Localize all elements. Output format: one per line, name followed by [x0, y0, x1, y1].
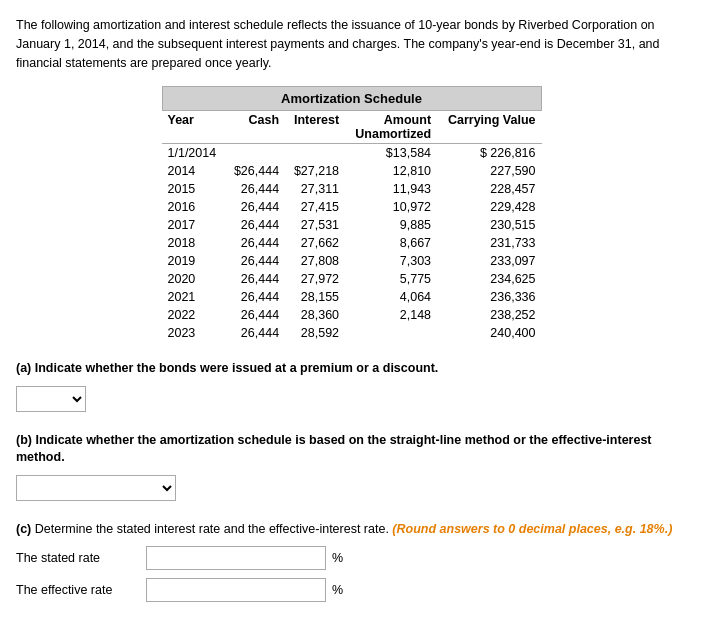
cell-interest: 27,972: [285, 270, 345, 288]
table-row: 2014$26,444$27,21812,810227,590: [162, 162, 542, 180]
cell-carrying: 229,428: [437, 198, 541, 216]
table-row: 201626,44427,41510,972229,428: [162, 198, 542, 216]
cell-carrying: 233,097: [437, 252, 541, 270]
table-row: 201526,44427,31111,943228,457: [162, 180, 542, 198]
cell-year: 2014: [162, 162, 226, 180]
part-c-italic: (Round answers to 0 decimal places, e.g.…: [392, 522, 672, 536]
cell-year: 2017: [162, 216, 226, 234]
cell-carrying: 236,336: [437, 288, 541, 306]
cell-unamortized: 5,775: [345, 270, 437, 288]
cell-year: 2015: [162, 180, 226, 198]
cell-unamortized: 11,943: [345, 180, 437, 198]
cell-cash: 26,444: [225, 234, 285, 252]
effective-rate-label: The effective rate: [16, 583, 146, 597]
cell-year: 2022: [162, 306, 226, 324]
cell-unamortized: 2,148: [345, 306, 437, 324]
effective-rate-pct: %: [332, 583, 343, 597]
table-row: 201826,44427,6628,667231,733: [162, 234, 542, 252]
cell-year: 2019: [162, 252, 226, 270]
stated-rate-pct: %: [332, 551, 343, 565]
table-row: 202126,44428,1554,064236,336: [162, 288, 542, 306]
table-row: 202026,44427,9725,775234,625: [162, 270, 542, 288]
part-b-label: (b) Indicate whether the amortization sc…: [16, 432, 687, 467]
cell-unamortized: 8,667: [345, 234, 437, 252]
table-row: 202226,44428,3602,148238,252: [162, 306, 542, 324]
table-row: 202326,44428,592240,400: [162, 324, 542, 342]
table-row: 201926,44427,8087,303233,097: [162, 252, 542, 270]
cell-interest: 27,662: [285, 234, 345, 252]
cell-unamortized: 4,064: [345, 288, 437, 306]
part-b-select[interactable]: Straight-line methodEffective-interest m…: [16, 475, 176, 501]
schedule-container: Amortization Schedule Year Cash Interest…: [16, 86, 687, 342]
col-carrying-header-2: [437, 127, 541, 144]
col-interest-header-2: [285, 127, 345, 144]
amortization-table: Year Cash Interest Amount Carrying Value…: [162, 110, 542, 342]
stated-rate-label: The stated rate: [16, 551, 146, 565]
cell-carrying: 238,252: [437, 306, 541, 324]
cell-cash: 26,444: [225, 180, 285, 198]
cell-year: 2023: [162, 324, 226, 342]
cell-interest: 28,592: [285, 324, 345, 342]
col-year-header-2: [162, 127, 226, 144]
cell-cash: [225, 144, 285, 163]
cell-cash: 26,444: [225, 288, 285, 306]
part-a-label: (a) Indicate whether the bonds were issu…: [16, 360, 687, 378]
col-cash-header-2: [225, 127, 285, 144]
cell-interest: 27,808: [285, 252, 345, 270]
cell-unamortized: 7,303: [345, 252, 437, 270]
cell-unamortized: [345, 324, 437, 342]
cell-cash: 26,444: [225, 252, 285, 270]
cell-interest: 28,155: [285, 288, 345, 306]
cell-interest: [285, 144, 345, 163]
cell-year: 2020: [162, 270, 226, 288]
cell-cash: $26,444: [225, 162, 285, 180]
cell-unamortized: 10,972: [345, 198, 437, 216]
schedule-title: Amortization Schedule: [162, 86, 542, 110]
schedule-table-wrapper: Amortization Schedule Year Cash Interest…: [162, 86, 542, 342]
cell-year: 2016: [162, 198, 226, 216]
col-carrying-header: Carrying Value: [437, 111, 541, 128]
col-unamortized-header-2: Unamortized: [345, 127, 437, 144]
cell-interest: 27,415: [285, 198, 345, 216]
cell-interest: $27,218: [285, 162, 345, 180]
cell-cash: 26,444: [225, 306, 285, 324]
col-year-header: Year: [162, 111, 226, 128]
cell-cash: 26,444: [225, 270, 285, 288]
cell-interest: 27,311: [285, 180, 345, 198]
cell-year: 1/1/2014: [162, 144, 226, 163]
cell-carrying: 234,625: [437, 270, 541, 288]
stated-rate-input[interactable]: [146, 546, 326, 570]
part-b-dropdown-wrapper: Straight-line methodEffective-interest m…: [16, 475, 176, 501]
cell-cash: 26,444: [225, 216, 285, 234]
col-unamortized-header-1: Amount: [345, 111, 437, 128]
cell-unamortized: $13,584: [345, 144, 437, 163]
cell-cash: 26,444: [225, 324, 285, 342]
cell-interest: 28,360: [285, 306, 345, 324]
col-interest-header: Interest: [285, 111, 345, 128]
cell-carrying: 227,590: [437, 162, 541, 180]
effective-rate-input[interactable]: [146, 578, 326, 602]
cell-carrying: 230,515: [437, 216, 541, 234]
cell-carrying: 240,400: [437, 324, 541, 342]
part-a-dropdown-wrapper: PremiumDiscount: [16, 386, 86, 412]
intro-text: The following amortization and interest …: [16, 16, 687, 72]
cell-carrying: 228,457: [437, 180, 541, 198]
cell-cash: 26,444: [225, 198, 285, 216]
effective-rate-row: The effective rate %: [16, 578, 687, 602]
part-a-select[interactable]: PremiumDiscount: [16, 386, 86, 412]
stated-rate-row: The stated rate %: [16, 546, 687, 570]
cell-unamortized: 9,885: [345, 216, 437, 234]
part-c-label: (c) Determine the stated interest rate a…: [16, 521, 687, 539]
cell-year: 2021: [162, 288, 226, 306]
col-cash-header: Cash: [225, 111, 285, 128]
cell-year: 2018: [162, 234, 226, 252]
cell-carrying: $ 226,816: [437, 144, 541, 163]
table-row: 1/1/2014$13,584$ 226,816: [162, 144, 542, 163]
cell-carrying: 231,733: [437, 234, 541, 252]
cell-unamortized: 12,810: [345, 162, 437, 180]
cell-interest: 27,531: [285, 216, 345, 234]
table-row: 201726,44427,5319,885230,515: [162, 216, 542, 234]
